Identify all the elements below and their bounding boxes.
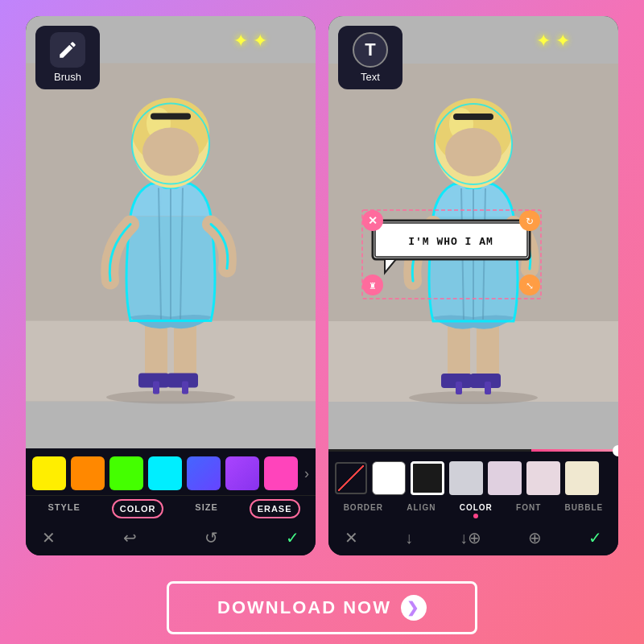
swatch-blue[interactable] (187, 456, 221, 490)
main-content: Brush ✦ ✦ (0, 0, 644, 572)
text-badge: T Text (338, 26, 402, 89)
svg-text:I'M WHO I AM: I'M WHO I AM (408, 236, 493, 248)
svg-text:↻: ↻ (526, 216, 534, 227)
menu-style[interactable]: STYLE (41, 499, 86, 518)
menu-font[interactable]: FONT (516, 503, 541, 518)
svg-rect-21 (328, 321, 618, 402)
text-icon-box: T (353, 32, 388, 68)
swatch-pink[interactable] (264, 456, 298, 490)
text-swatches-row (328, 453, 618, 500)
swatch-yellow[interactable] (32, 456, 66, 490)
download-section: DOWNLOAD NOW ❯ (0, 572, 644, 644)
svg-text:✕: ✕ (368, 214, 378, 227)
svg-rect-26 (456, 382, 462, 394)
svg-text:♜: ♜ (369, 281, 377, 291)
confirm-icon[interactable]: ✓ (286, 528, 299, 547)
swatch-green[interactable] (109, 456, 143, 490)
svg-point-38 (445, 128, 502, 176)
swatch-arrow: › (304, 465, 309, 482)
swatch-cream[interactable] (565, 461, 599, 495)
swatch-black[interactable] (411, 461, 444, 495)
brush-badge: Brush (35, 26, 100, 89)
text-download-icon[interactable]: ↓ (405, 529, 413, 547)
progress-dot[interactable] (613, 445, 618, 456)
svg-rect-6 (153, 382, 159, 394)
svg-text:⤡: ⤡ (526, 280, 534, 291)
swatch-purple[interactable] (225, 456, 259, 490)
svg-point-18 (142, 128, 199, 176)
swatch-white[interactable] (372, 461, 406, 495)
brush-label: Brush (54, 71, 81, 83)
progress-bar (328, 449, 618, 452)
brush-panel: Brush ✦ ✦ (26, 16, 316, 555)
swatch-transparent[interactable] (335, 462, 367, 494)
undo-icon[interactable]: ↩ (123, 528, 137, 547)
menu-erase[interactable]: ERASE (250, 499, 300, 518)
brush-menu-row: STYLE COLOR SIZE ERASE (26, 495, 316, 523)
swatch-gray[interactable] (449, 461, 483, 495)
menu-align[interactable]: ALIGN (407, 503, 436, 518)
menu-color-text[interactable]: COLOR (460, 503, 493, 518)
color-swatches-row: › (26, 448, 316, 495)
progress-fill (531, 449, 618, 452)
text-panel: T Text ✦ ✦ (328, 16, 618, 555)
menu-color[interactable]: COLOR (112, 499, 164, 518)
text-action-row: ✕ ↓ ↓⊕ ⊕ ✓ (328, 523, 618, 555)
text-menu-row: BORDER ALIGN COLOR FONT BUBBLE (328, 500, 618, 523)
menu-border[interactable]: BORDER (344, 503, 383, 518)
close-icon[interactable]: ✕ (42, 528, 56, 547)
text-toolbar: BORDER ALIGN COLOR FONT BUBBLE ✕ ↓ ↓⊕ ⊕ … (328, 449, 618, 555)
download-label: DOWNLOAD NOW (217, 597, 391, 618)
swatch-rose[interactable] (526, 461, 560, 495)
text-label: Text (361, 71, 380, 83)
brush-action-row: ✕ ↩ ↺ ✓ (26, 523, 316, 555)
download-button[interactable]: DOWNLOAD NOW ❯ (167, 581, 477, 634)
svg-rect-17 (151, 114, 191, 120)
text-close-icon[interactable]: ✕ (345, 528, 358, 547)
menu-bubble[interactable]: BUBBLE (565, 503, 604, 518)
text-add-icon[interactable]: ↓⊕ (460, 528, 481, 547)
svg-point-2 (106, 391, 235, 404)
sparks-left: ✦ ✦ (233, 31, 267, 52)
text-confirm-icon[interactable]: ✓ (588, 528, 602, 547)
download-arrow-icon: ❯ (401, 595, 427, 621)
swatch-orange[interactable] (71, 456, 105, 490)
svg-rect-37 (453, 114, 493, 120)
svg-rect-28 (485, 382, 491, 394)
redo-icon[interactable]: ↺ (204, 528, 218, 547)
text-plus-icon[interactable]: ⊕ (528, 528, 542, 547)
svg-point-22 (409, 391, 538, 404)
menu-size[interactable]: SIZE (188, 499, 224, 518)
brush-toolbar: › STYLE COLOR SIZE ERASE ✕ ↩ ↺ ✓ (26, 448, 316, 555)
sparks-right: ✦ ✦ (536, 31, 570, 52)
brush-icon-box (50, 32, 85, 68)
swatch-lavender[interactable] (488, 461, 522, 495)
svg-rect-1 (26, 321, 316, 402)
swatch-cyan[interactable] (148, 456, 182, 490)
svg-rect-8 (182, 382, 188, 394)
